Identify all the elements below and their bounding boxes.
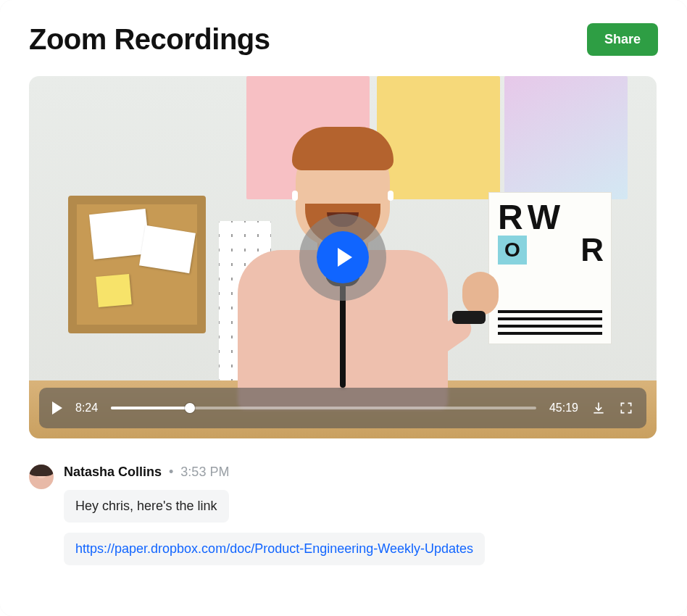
poster-text: R (498, 201, 523, 233)
seek-progress (111, 407, 190, 409)
wall-poster: R W O R (488, 192, 612, 344)
comment-header: Natasha Collins • 3:53 PM (64, 465, 485, 480)
sticky-note (96, 274, 131, 307)
comment-message: Hey chris, here's the link (64, 490, 229, 523)
corkboard (68, 196, 206, 333)
play-button[interactable] (52, 401, 62, 415)
seek-thumb[interactable] (185, 403, 195, 413)
wall-art-gradient (504, 76, 628, 199)
video-controls: 8:24 45:19 (39, 388, 646, 428)
comment-author: Natasha Collins (64, 465, 162, 480)
play-icon (338, 248, 352, 267)
play-icon (52, 401, 62, 415)
play-button-large[interactable] (299, 214, 386, 301)
seek-bar[interactable] (111, 407, 536, 409)
current-time: 8:24 (75, 401, 98, 415)
recording-card: Zoom Recordings Share R W O R (0, 0, 687, 616)
fullscreen-icon (619, 401, 633, 415)
avatar (29, 465, 54, 489)
header: Zoom Recordings Share (29, 23, 658, 56)
poster-text: W (528, 201, 560, 233)
poster-text: R (580, 232, 602, 268)
poster-lines (498, 310, 602, 335)
note (139, 225, 196, 273)
comment-link-bubble: https://paper.dropbox.com/doc/Product-En… (64, 533, 485, 565)
fullscreen-button[interactable] (619, 401, 633, 415)
comment-timestamp: 3:53 PM (180, 465, 229, 480)
poster-text: O (498, 236, 527, 265)
separator: • (169, 465, 173, 480)
comment-link[interactable]: https://paper.dropbox.com/doc/Product-En… (75, 541, 473, 556)
total-time: 45:19 (549, 401, 578, 415)
comment: Natasha Collins • 3:53 PM Hey chris, her… (29, 465, 658, 565)
share-button[interactable]: Share (587, 23, 658, 56)
download-icon (591, 401, 606, 415)
download-button[interactable] (591, 401, 606, 415)
page-title: Zoom Recordings (29, 23, 270, 56)
video-player: R W O R (29, 76, 657, 438)
